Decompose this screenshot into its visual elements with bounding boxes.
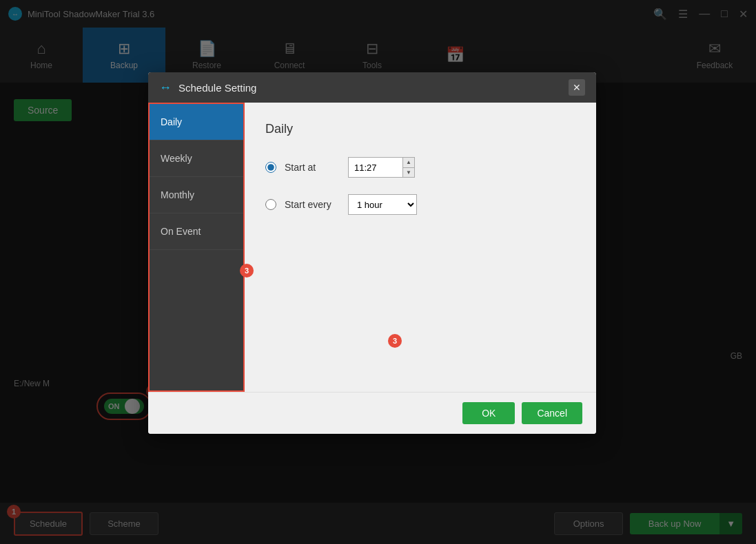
start-at-radio[interactable] (265, 162, 276, 173)
hour-select[interactable]: 1 hour 2 hours 3 hours 6 hours 12 hours (348, 194, 417, 215)
sidebar-badge-3: 3 (240, 264, 254, 278)
time-input-wrapper: ▲ ▼ (348, 157, 415, 178)
tab-weekly[interactable]: Weekly (150, 140, 243, 177)
dialog-body: 3 Daily Weekly Monthly On Event Daily St… (148, 103, 596, 392)
dialog-title: Schedule Setting (178, 82, 256, 94)
time-down-spinner[interactable]: ▼ (403, 168, 414, 178)
start-every-label: Start every (285, 199, 340, 210)
time-spinners: ▲ ▼ (403, 157, 415, 178)
tab-daily[interactable]: Daily (150, 104, 243, 140)
dialog-footer: OK Cancel (148, 392, 596, 434)
tab-monthly[interactable]: Monthly (150, 177, 243, 213)
sidebar-badge: 3 (388, 334, 402, 348)
start-at-label: Start at (285, 162, 340, 173)
start-at-row: Start at ▲ ▼ (265, 157, 575, 178)
dialog-header-left: ↔ Schedule Setting (159, 81, 256, 95)
dialog-header: ↔ Schedule Setting ✕ (148, 72, 596, 103)
tab-on-event[interactable]: On Event (150, 213, 243, 250)
dialog-close-button[interactable]: ✕ (569, 79, 585, 96)
dialog-content: Daily Start at ▲ ▼ (245, 103, 596, 392)
start-every-row: Start every 1 hour 2 hours 3 hours 6 hou… (265, 194, 575, 215)
dialog-sidebar: 3 Daily Weekly Monthly On Event (148, 103, 245, 392)
start-every-radio[interactable] (265, 199, 276, 210)
time-input[interactable] (348, 157, 403, 178)
content-title: Daily (265, 122, 575, 136)
time-up-spinner[interactable]: ▲ (403, 158, 414, 167)
radio-group: Start at ▲ ▼ Start every (265, 157, 575, 215)
ok-button[interactable]: OK (462, 402, 515, 424)
schedule-setting-dialog: ↔ Schedule Setting ✕ 3 Daily Weekly Mont… (148, 72, 596, 434)
cancel-button[interactable]: Cancel (522, 402, 582, 424)
dialog-header-icon: ↔ (159, 81, 172, 95)
